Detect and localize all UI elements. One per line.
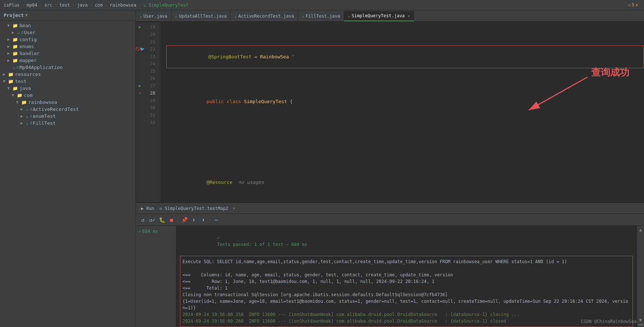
tab-simplequerytest-java[interactable]: ☕ SimpleQueryTest.java ✕ <box>344 11 414 21</box>
folder-icon: 📁 <box>12 44 18 49</box>
tab-filltest-java[interactable]: ☕ FillTest.java <box>298 11 344 21</box>
line-num-30: 30 <box>144 104 158 112</box>
arrow-icon: ▶ <box>7 44 12 49</box>
run-tabs: ▶ Run ◇ SimpleQueryTest.testMap2 ✕ <box>136 203 644 214</box>
sidebar-item-mapper[interactable]: ▶ 📁 mapper <box>0 57 135 64</box>
scroll-down-button[interactable]: ▼ <box>639 317 642 323</box>
run-test-name: ◇ SimpleQueryTest.testMap2 <box>159 206 228 211</box>
run-output[interactable]: ✓ Tests passed: 1 of 1 test – 684 ms Exe… <box>176 226 637 327</box>
breadcrumb-src[interactable]: src <box>44 3 53 8</box>
test-pass-item[interactable]: ✓ 684 ms <box>136 227 176 235</box>
gutter-line-22: 🚫🐦 <box>136 46 144 53</box>
java-test-icon: ☕ <box>26 121 28 126</box>
sidebar-item-label: rainbowsea <box>28 99 57 105</box>
gutter-line-21 <box>136 38 144 46</box>
arrow-icon: ▼ <box>7 86 12 91</box>
run-sidebar: ✓ 684 ms <box>136 226 176 327</box>
folder-icon: 📁 <box>12 51 18 56</box>
tab-activerecordtest-java[interactable]: ☕ ActiveRecordTest.java <box>231 11 298 21</box>
sidebar-item-test[interactable]: ▼ 📁 test <box>0 78 135 85</box>
line-num-22: 22 <box>144 46 158 53</box>
pass-icon: ✓ <box>217 235 222 240</box>
sidebar-item-com[interactable]: ▼ 📁 com <box>0 92 135 99</box>
sidebar-item-activerecordtest[interactable]: ▶ ☕ d ActiveRecordTest <box>0 106 135 113</box>
folder-icon: 📁 <box>21 100 27 105</box>
rerun-button[interactable]: ↺ <box>139 216 147 224</box>
pass-check-icon: ✓ <box>139 229 141 234</box>
stop-button[interactable]: ■ <box>167 216 176 224</box>
sidebar-item-resources[interactable]: ▶ 📁 resources <box>0 71 135 78</box>
arrow-icon: ▶ <box>12 30 16 35</box>
rerun-failed-button[interactable]: ↺✓ <box>148 216 156 224</box>
java-file-icon: ☕ <box>302 14 304 19</box>
breadcrumb-simplequerytest[interactable]: ☕ SimpleQueryTest <box>143 3 188 8</box>
sidebar-item-filltest[interactable]: ▶ ☕ d FillTest <box>0 120 135 127</box>
row-line: <== Row: 1, Jone, 18, test1@baomidou.com… <box>182 278 630 285</box>
sidebar-item-enums[interactable]: ▶ 📁 enums <box>0 43 135 50</box>
sidebar-item-bean[interactable]: ▼ 📁 bean <box>0 22 135 29</box>
gutter-line-19: ▶ <box>136 23 144 31</box>
breadcrumb-com[interactable]: com <box>95 3 103 8</box>
folder-icon: 📁 <box>12 86 18 91</box>
debug-button[interactable]: 🐛 <box>158 216 166 224</box>
sidebar-item-handler[interactable]: ▶ 📁 handler <box>0 50 135 57</box>
code-content[interactable]: @SpringBootTest = RainbowSea " public cl… <box>160 22 644 202</box>
content-area: ☕ User.java ☕ UpdataAllTest.java ☕ Activ… <box>136 10 644 327</box>
code-line-19: @SpringBootTest = RainbowSea " <box>166 46 644 68</box>
tab-label: User.java <box>144 14 167 19</box>
gutter-line-28: ⚡ <box>136 90 144 97</box>
sidebar-item-label: mapper <box>19 58 37 63</box>
sidebar-item-label: Mp04Application <box>19 65 62 70</box>
breadcrumb-mp04[interactable]: mp04 <box>27 3 37 8</box>
pin-button[interactable]: 📌 <box>180 216 188 224</box>
breadcrumb-java[interactable]: java <box>77 3 88 8</box>
tab-user-java[interactable]: ☕ User.java <box>136 11 171 21</box>
breadcrumb-rainbowsea[interactable]: rainbowsea <box>110 3 136 8</box>
sidebar-item-label: handler <box>19 51 40 56</box>
gutter-line-30 <box>136 104 144 112</box>
scroll-controls: ▲ ▼ <box>637 226 644 327</box>
sidebar-item-java[interactable]: ▼ 📁 java <box>0 85 135 92</box>
tab-label: FillTest.java <box>305 14 340 19</box>
tab-updataalltest-java[interactable]: ☕ UpdataAllTest.java <box>171 11 231 21</box>
sidebar-item-mp04application[interactable]: ▶ ☕ m Mp04Application <box>0 64 135 71</box>
scroll-up-button[interactable]: ▲ <box>639 227 642 232</box>
breadcrumb-isplus[interactable]: isPlus <box>4 3 19 8</box>
breadcrumb-test[interactable]: test <box>59 3 70 8</box>
more-options-button[interactable]: ⋯ <box>212 216 220 224</box>
test-pass-line: ✓ Tests passed: 1 of 1 test – 684 ms <box>180 228 633 254</box>
code-view[interactable]: ▶ 🚫🐦 ▶ ⚡ <box>136 22 644 202</box>
tab-label: UpdataAllTest.java <box>179 14 227 19</box>
export-button[interactable]: ⬆ <box>190 216 198 224</box>
sidebar-item-enumtest[interactable]: ▶ ☕ d enumTest <box>0 113 135 120</box>
csdn-watermark: CSDN @ChinaRainbowSea <box>581 319 637 324</box>
java-file-icon: ☕ <box>348 14 350 18</box>
marker-icon: m <box>17 65 19 69</box>
sidebar-header[interactable]: Project ▼ <box>0 10 135 21</box>
import-button[interactable]: ⬇ <box>199 216 207 224</box>
line-num-20: 20 <box>144 31 158 38</box>
arrow-icon: ▼ <box>7 23 12 28</box>
sidebar-item-rainbowsea[interactable]: ▼ 📁 rainbowsea <box>0 99 135 106</box>
tab-close-button[interactable]: ✕ <box>408 14 410 18</box>
breadcrumb-bar: isPlus › mp04 › src › test › java › com … <box>0 0 644 10</box>
marker-icon: d <box>21 30 23 34</box>
columns-line: <== Columns: id, name, age, email, statu… <box>182 272 630 278</box>
result-line: {1=User(id=1, name=Jone, age=18, email=t… <box>182 298 630 311</box>
run-tab-label: ▶ Run <box>139 204 156 212</box>
run-test-item-label: 684 ms <box>142 229 158 234</box>
toolbar-separator2 <box>210 217 210 223</box>
sidebar-item-config[interactable]: ▶ 📁 config <box>0 36 135 43</box>
sidebar-item-label: bean <box>19 23 31 28</box>
run-close-button[interactable]: ✕ <box>233 206 235 211</box>
toolbar-separator <box>178 217 178 223</box>
tab-bar: ☕ User.java ☕ UpdataAllTest.java ☕ Activ… <box>136 10 644 22</box>
line-numbers: 19 20 21 22 23 24 25 26 27 28 29 30 31 3… <box>144 22 160 202</box>
java-file-icon: ☕ <box>234 14 237 19</box>
total-line: <== Total: 1 <box>182 285 630 291</box>
line-num-19: 19 <box>144 23 158 31</box>
sidebar-item-user[interactable]: ▶ ☕ d User <box>0 29 135 36</box>
line-num-24: 24 <box>144 60 158 68</box>
java-test-icon: ☕ <box>26 114 28 119</box>
line-num-26: 26 <box>144 75 158 82</box>
